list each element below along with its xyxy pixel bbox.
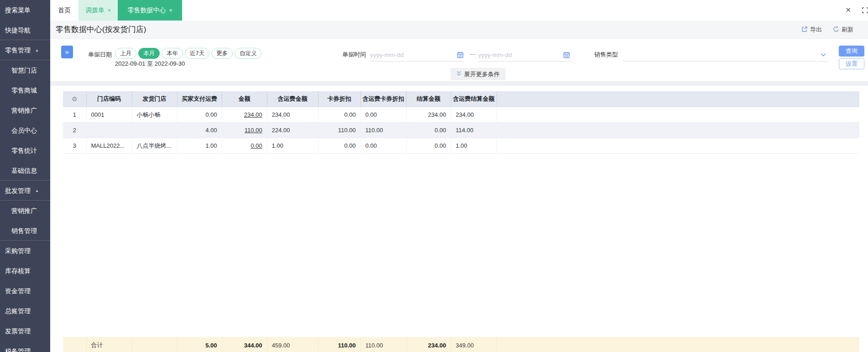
cell-amount_with_freight: 224.00 [267,123,318,138]
settings-button[interactable]: 设置 [839,58,864,69]
sidebar-item-retail-mall[interactable]: 零售商城 [0,80,50,100]
collapse-arrow-icon: ▲ [35,48,39,52]
doc-time-end-placeholder: yyyy-mm-dd [478,49,571,61]
cell-amount: 234.00 [222,107,267,123]
sidebar-item-general-ledger[interactable]: 总账管理 [0,301,50,321]
fullscreen-icon[interactable] [862,7,868,13]
doc-time-start-placeholder: yyyy-mm-dd [370,49,465,61]
tab-close-icon[interactable]: × [169,7,172,14]
doc-date-option-pill[interactable]: 本月 [138,48,160,59]
sidebar-item-label: 税务管理 [5,347,31,352]
sale-type-select[interactable] [623,49,827,62]
sidebar-item-label: 总账管理 [5,307,31,315]
tab-close-icon[interactable]: × [108,7,111,14]
sidebar-item-label: 零售商城 [11,87,37,94]
totals-amount_with_freight: 459.00 [267,337,318,352]
query-button[interactable]: 查询 [839,46,864,57]
sidebar-item-retail-statistics[interactable]: 零售统计 [0,140,50,160]
sidebar-item-fund-management[interactable]: 资金管理 [0,281,50,301]
totals-store [132,337,177,352]
table-row: 3MALL2022...八点半烧烤...1.000.001.000.000.00… [63,138,859,154]
doc-date-option-pill[interactable]: 更多 [211,48,233,59]
sidebar-item-marketing-promotion-wholesale[interactable]: 营销推广 [0,201,50,221]
cell-store [132,123,177,138]
sidebar-item-search-menu[interactable]: 搜索菜单 [0,0,50,20]
filter-panel: » 单据日期 上月本月本年近7天更多自定义 2022-09-01 至 2022-… [50,39,868,81]
calendar-icon[interactable] [563,52,570,60]
sidebar-item-sales-management[interactable]: 销售管理 [0,221,50,241]
sidebar-item-basic-info[interactable]: 基础信息 [0,160,50,181]
sidebar-item-invoice-management[interactable]: 发票管理 [0,321,50,341]
collapse-panel-button[interactable]: » [61,46,73,58]
amount-link[interactable]: 234.00 [244,111,262,118]
cell-amount_with_freight: 1.00 [267,138,318,154]
amount-link[interactable]: 110.00 [245,127,262,134]
column-header-_fill [497,91,859,107]
table-row: 10001小畅小畅0.00234.00234.000.000.00234.002… [63,107,859,123]
cell-coupon_discount: 0.00 [318,107,361,123]
sidebar-item-tax-management[interactable]: 税务管理 [0,341,50,352]
export-button[interactable]: 导出 [801,26,822,34]
doc-time-end-input[interactable]: yyyy-mm-dd [478,49,571,62]
cell-coupon_discount_with_freight: 0.00 [361,107,406,123]
tab-transfer-order[interactable]: 调拨单× [78,0,118,21]
tab-retail-data-center[interactable]: 零售数据中心× [118,0,182,21]
sidebar-item-smart-store[interactable]: 智慧门店 [0,60,50,80]
doc-date-range-value: 2022-09-01 至 2022-09-30 [115,60,185,68]
doc-date-option-pill[interactable]: 上月 [115,48,136,59]
doc-date-option-pill[interactable]: 自定义 [235,48,262,59]
cell-index: 3 [63,138,86,154]
expand-more-conditions-label: 展开更多条件 [464,70,500,78]
sidebar-item-quick-nav[interactable]: 快捷导航 [0,20,50,40]
amount-link[interactable]: 0.00 [251,142,262,149]
sidebar-item-wholesale-management[interactable]: 批发管理▲ [0,181,50,201]
totals-table-row: 合计5.00344.00459.00110.00110.00234.00349.… [63,337,859,352]
sidebar-item-label: 销售管理 [11,227,37,234]
sidebar-item-inventory-accounting[interactable]: 库存核算 [0,261,50,281]
column-header-buyer_freight: 买家支付运费 [177,91,222,107]
column-header-store_code: 门店编码 [86,91,132,107]
totals-amount: 344.00 [222,337,267,352]
sidebar-item-label: 营销推广 [11,107,37,114]
cell-buyer_freight: 4.00 [177,123,222,138]
totals-_fill [497,337,859,352]
cell-settle_amount: 234.00 [406,107,451,123]
sidebar-item-label: 会员中心 [11,127,37,134]
cell-settle_with_freight: 114.00 [451,123,497,138]
column-header-settle_amount: 结算金额 [406,91,451,107]
cell-buyer_freight: 1.00 [177,138,222,154]
close-icon[interactable]: ✕ [845,6,851,14]
doc-time-start-input[interactable]: yyyy-mm-dd [370,49,465,62]
doc-date-label: 单据日期 [88,51,112,59]
table-header-row: ⚙︎门店编码发货门店买家支付运费金额含运费金额卡券折扣含运费卡券折扣结算金额含运… [63,91,859,107]
totals-coupon_discount_with_freight: 110.00 [361,337,406,352]
refresh-icon [833,26,839,34]
cell-coupon_discount_with_freight: 110.00 [361,123,406,138]
doc-date-quick-options: 上月本月本年近7天更多自定义 [115,48,263,59]
sidebar: 搜索菜单快捷导航零售管理▲智慧门店零售商城营销推广会员中心零售统计基础信息批发管… [0,0,50,352]
sidebar-item-label: 智慧门店 [11,67,37,74]
sidebar-item-retail-management[interactable]: 零售管理▲ [0,40,50,60]
column-header-amount_with_freight: 含运费金额 [267,91,318,107]
doc-time-label: 单据时间 [342,51,366,59]
cell-_fill [497,138,859,154]
page-title: 零售数据中心(按发货门店) [56,21,146,39]
cell-amount: 0.00 [222,138,267,154]
cell-_fill [497,107,859,123]
chevron-down-icon[interactable] [820,52,826,60]
column-header-amount: 金额 [222,91,267,107]
refresh-label: 刷新 [842,26,853,34]
calendar-icon[interactable] [457,52,464,60]
doc-date-option-pill[interactable]: 本年 [162,48,183,59]
refresh-button[interactable]: 刷新 [833,26,853,34]
sidebar-item-member-center[interactable]: 会员中心 [0,120,50,140]
sidebar-item-marketing-promotion-retail[interactable]: 营销推广 [0,100,50,120]
expand-more-conditions-button[interactable]: 展开更多条件 [450,68,506,80]
sidebar-item-purchase-management[interactable]: 采购管理 [0,241,50,261]
sale-type-label: 销售类型 [594,51,618,59]
column-settings-gear-icon[interactable]: ⚙︎ [72,95,78,103]
tab-home[interactable]: 首页 [50,0,78,21]
tab-label: 首页 [58,6,71,14]
doc-date-option-pill[interactable]: 近7天 [185,48,209,59]
cell-coupon_discount: 110.00 [318,123,361,138]
